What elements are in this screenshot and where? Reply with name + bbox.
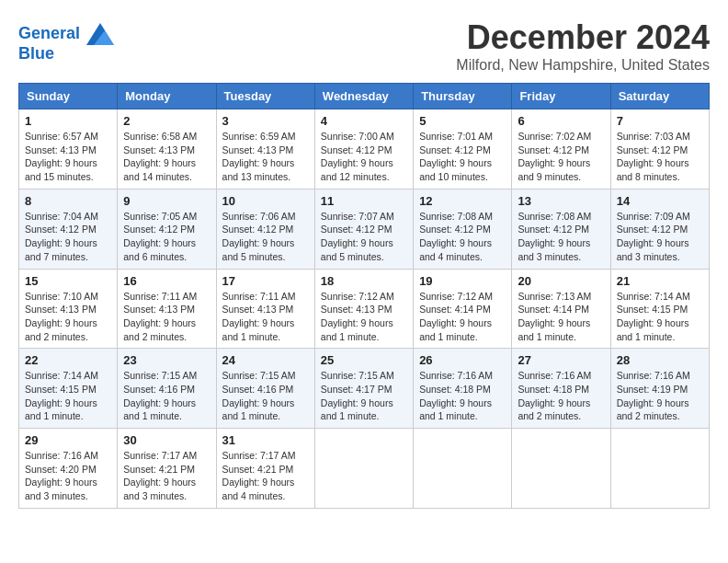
calendar-day-cell: 30Sunrise: 7:17 AMSunset: 4:21 PMDayligh… — [118, 429, 216, 509]
calendar-day-cell: 2Sunrise: 6:58 AMSunset: 4:13 PMDaylight… — [118, 109, 216, 190]
day-info: Sunrise: 7:03 AMSunset: 4:12 PMDaylight:… — [617, 130, 703, 184]
month-title: December 2024 — [456, 18, 710, 57]
day-info: Sunrise: 7:08 AMSunset: 4:12 PMDaylight:… — [518, 210, 604, 264]
day-info: Sunrise: 7:15 AMSunset: 4:16 PMDaylight:… — [222, 369, 309, 423]
calendar-week-row: 1Sunrise: 6:57 AMSunset: 4:13 PMDaylight… — [19, 109, 710, 190]
calendar-day-cell: 11Sunrise: 7:07 AMSunset: 4:12 PMDayligh… — [314, 189, 413, 269]
day-number: 11 — [321, 194, 407, 208]
title-area: December 2024 Milford, New Hampshire, Un… — [456, 18, 710, 74]
calendar-day-cell: 21Sunrise: 7:14 AMSunset: 4:15 PMDayligh… — [610, 269, 709, 349]
calendar-day-cell: 6Sunrise: 7:02 AMSunset: 4:12 PMDaylight… — [512, 109, 610, 190]
day-number: 5 — [419, 114, 506, 128]
calendar-day-cell: 15Sunrise: 7:10 AMSunset: 4:13 PMDayligh… — [19, 269, 118, 349]
day-info: Sunrise: 7:16 AMSunset: 4:19 PMDaylight:… — [617, 369, 703, 423]
location-title: Milford, New Hampshire, United States — [456, 57, 710, 74]
logo-line1: General — [18, 23, 114, 45]
calendar-day-cell: 25Sunrise: 7:15 AMSunset: 4:17 PMDayligh… — [314, 349, 413, 429]
day-info: Sunrise: 7:07 AMSunset: 4:12 PMDaylight:… — [321, 210, 407, 264]
calendar-day-cell: 24Sunrise: 7:15 AMSunset: 4:16 PMDayligh… — [216, 349, 314, 429]
calendar-day-cell: 16Sunrise: 7:11 AMSunset: 4:13 PMDayligh… — [118, 269, 216, 349]
day-info: Sunrise: 7:12 AMSunset: 4:14 PMDaylight:… — [419, 290, 506, 344]
day-number: 22 — [25, 353, 111, 367]
calendar-day-cell: 13Sunrise: 7:08 AMSunset: 4:12 PMDayligh… — [512, 189, 610, 269]
day-info: Sunrise: 7:16 AMSunset: 4:18 PMDaylight:… — [419, 369, 506, 423]
calendar-day-cell: 23Sunrise: 7:15 AMSunset: 4:16 PMDayligh… — [118, 349, 216, 429]
day-number: 8 — [25, 194, 111, 208]
day-number: 12 — [419, 194, 506, 208]
day-number: 28 — [617, 353, 703, 367]
calendar-day-cell: 12Sunrise: 7:08 AMSunset: 4:12 PMDayligh… — [414, 189, 512, 269]
day-number: 24 — [222, 353, 309, 367]
day-number: 2 — [123, 114, 210, 128]
day-number: 25 — [321, 353, 407, 367]
day-number: 17 — [222, 274, 309, 288]
day-info: Sunrise: 7:12 AMSunset: 4:13 PMDaylight:… — [321, 290, 407, 344]
day-number: 30 — [123, 433, 210, 447]
calendar-day-cell: 27Sunrise: 7:16 AMSunset: 4:18 PMDayligh… — [512, 349, 610, 429]
calendar-day-cell: 22Sunrise: 7:14 AMSunset: 4:15 PMDayligh… — [19, 349, 118, 429]
day-number: 13 — [518, 194, 604, 208]
day-info: Sunrise: 7:14 AMSunset: 4:15 PMDaylight:… — [617, 290, 703, 344]
day-info: Sunrise: 7:10 AMSunset: 4:13 PMDaylight:… — [25, 290, 111, 344]
calendar-day-cell: 29Sunrise: 7:16 AMSunset: 4:20 PMDayligh… — [19, 429, 118, 509]
empty-cell — [610, 429, 709, 509]
day-info: Sunrise: 7:14 AMSunset: 4:15 PMDaylight:… — [25, 369, 111, 423]
empty-cell — [414, 429, 512, 509]
day-number: 26 — [419, 353, 506, 367]
calendar-header-saturday: Saturday — [610, 84, 709, 109]
day-number: 1 — [25, 114, 111, 128]
day-number: 21 — [617, 274, 703, 288]
calendar-day-cell: 8Sunrise: 7:04 AMSunset: 4:12 PMDaylight… — [19, 189, 118, 269]
calendar-header-sunday: Sunday — [19, 84, 118, 109]
day-number: 16 — [123, 274, 210, 288]
calendar-week-row: 29Sunrise: 7:16 AMSunset: 4:20 PMDayligh… — [19, 429, 710, 509]
calendar-week-row: 22Sunrise: 7:14 AMSunset: 4:15 PMDayligh… — [19, 349, 710, 429]
calendar-header-thursday: Thursday — [414, 84, 512, 109]
calendar-header-row: SundayMondayTuesdayWednesdayThursdayFrid… — [19, 84, 710, 109]
day-number: 6 — [518, 114, 604, 128]
calendar-day-cell: 17Sunrise: 7:11 AMSunset: 4:13 PMDayligh… — [216, 269, 314, 349]
day-info: Sunrise: 7:05 AMSunset: 4:12 PMDaylight:… — [123, 210, 210, 264]
calendar-day-cell: 19Sunrise: 7:12 AMSunset: 4:14 PMDayligh… — [414, 269, 512, 349]
day-info: Sunrise: 6:59 AMSunset: 4:13 PMDaylight:… — [222, 130, 309, 184]
day-info: Sunrise: 6:57 AMSunset: 4:13 PMDaylight:… — [25, 130, 111, 184]
calendar-day-cell: 5Sunrise: 7:01 AMSunset: 4:12 PMDaylight… — [414, 109, 512, 190]
day-number: 29 — [25, 433, 111, 447]
day-number: 27 — [518, 353, 604, 367]
calendar-week-row: 8Sunrise: 7:04 AMSunset: 4:12 PMDaylight… — [19, 189, 710, 269]
day-number: 14 — [617, 194, 703, 208]
page-header: General Blue December 2024 Milford, New … — [18, 18, 710, 74]
day-info: Sunrise: 7:06 AMSunset: 4:12 PMDaylight:… — [222, 210, 309, 264]
calendar-day-cell: 26Sunrise: 7:16 AMSunset: 4:18 PMDayligh… — [414, 349, 512, 429]
calendar-day-cell: 1Sunrise: 6:57 AMSunset: 4:13 PMDaylight… — [19, 109, 118, 190]
calendar-header-friday: Friday — [512, 84, 610, 109]
calendar-day-cell: 14Sunrise: 7:09 AMSunset: 4:12 PMDayligh… — [610, 189, 709, 269]
calendar-day-cell: 3Sunrise: 6:59 AMSunset: 4:13 PMDaylight… — [216, 109, 314, 190]
calendar-day-cell: 31Sunrise: 7:17 AMSunset: 4:21 PMDayligh… — [216, 429, 314, 509]
day-number: 31 — [222, 433, 309, 447]
day-number: 9 — [123, 194, 210, 208]
day-info: Sunrise: 7:17 AMSunset: 4:21 PMDaylight:… — [222, 449, 309, 503]
day-info: Sunrise: 7:00 AMSunset: 4:12 PMDaylight:… — [321, 130, 407, 184]
day-info: Sunrise: 7:16 AMSunset: 4:18 PMDaylight:… — [518, 369, 604, 423]
day-number: 10 — [222, 194, 309, 208]
day-info: Sunrise: 7:15 AMSunset: 4:17 PMDaylight:… — [321, 369, 407, 423]
empty-cell — [314, 429, 413, 509]
calendar-header-wednesday: Wednesday — [314, 84, 413, 109]
calendar-day-cell: 28Sunrise: 7:16 AMSunset: 4:19 PMDayligh… — [610, 349, 709, 429]
calendar-header-tuesday: Tuesday — [216, 84, 314, 109]
calendar-week-row: 15Sunrise: 7:10 AMSunset: 4:13 PMDayligh… — [19, 269, 710, 349]
day-info: Sunrise: 7:09 AMSunset: 4:12 PMDaylight:… — [617, 210, 703, 264]
calendar-day-cell: 18Sunrise: 7:12 AMSunset: 4:13 PMDayligh… — [314, 269, 413, 349]
calendar-day-cell: 20Sunrise: 7:13 AMSunset: 4:14 PMDayligh… — [512, 269, 610, 349]
day-info: Sunrise: 7:02 AMSunset: 4:12 PMDaylight:… — [518, 130, 604, 184]
day-info: Sunrise: 6:58 AMSunset: 4:13 PMDaylight:… — [123, 130, 210, 184]
day-number: 7 — [617, 114, 703, 128]
day-number: 19 — [419, 274, 506, 288]
calendar-day-cell: 9Sunrise: 7:05 AMSunset: 4:12 PMDaylight… — [118, 189, 216, 269]
day-info: Sunrise: 7:15 AMSunset: 4:16 PMDaylight:… — [123, 369, 210, 423]
calendar-day-cell: 4Sunrise: 7:00 AMSunset: 4:12 PMDaylight… — [314, 109, 413, 190]
day-number: 3 — [222, 114, 309, 128]
calendar-day-cell: 10Sunrise: 7:06 AMSunset: 4:12 PMDayligh… — [216, 189, 314, 269]
calendar-table: SundayMondayTuesdayWednesdayThursdayFrid… — [18, 83, 710, 509]
